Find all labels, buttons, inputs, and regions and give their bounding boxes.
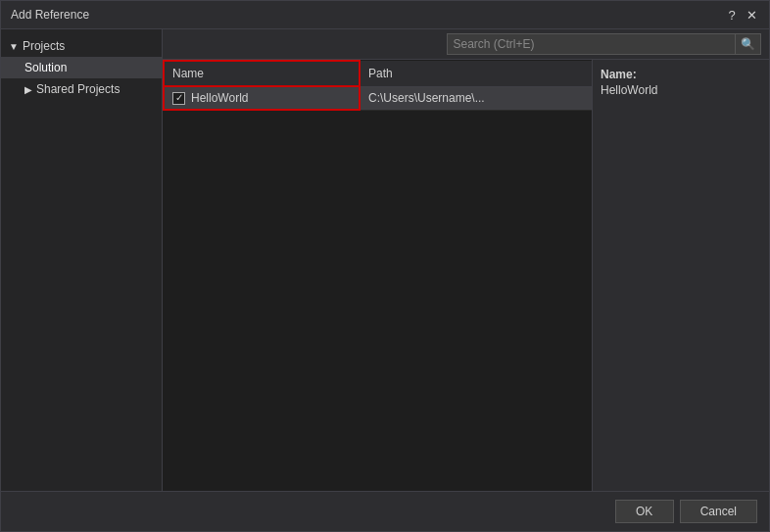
help-button[interactable]: ? — [724, 7, 740, 23]
add-reference-dialog: Add Reference ? ✕ ▼ Projects Solution — [0, 0, 770, 532]
projects-header[interactable]: ▼ Projects — [1, 35, 162, 57]
search-button[interactable]: 🔍 — [736, 33, 761, 55]
row-checkbox[interactable] — [172, 92, 185, 105]
sidebar-item-shared-projects[interactable]: ▶Shared Projects — [1, 78, 162, 100]
solution-label: Solution — [24, 61, 67, 74]
properties-panel: Name: HelloWorld — [593, 60, 769, 491]
table-row[interactable]: HelloWorld C:\Users\Username\... — [164, 86, 592, 110]
name-property-value: HelloWorld — [601, 83, 761, 97]
checkbox-cell: HelloWorld — [172, 91, 351, 105]
title-bar: Add Reference ? ✕ — [1, 1, 769, 29]
reference-table: Name Path — [163, 60, 592, 111]
shared-projects-label: Shared Projects — [36, 82, 120, 96]
cancel-button[interactable]: Cancel — [680, 500, 757, 523]
table-header-row: Name Path — [164, 61, 592, 86]
dialog-title: Add Reference — [11, 8, 89, 22]
right-panel: 🔍 Name — [163, 29, 769, 491]
bottom-bar: OK Cancel — [1, 491, 769, 531]
projects-section: ▼ Projects Solution ▶Shared Projects — [1, 33, 162, 102]
name-property-label: Name: — [601, 68, 761, 81]
title-bar-controls: ? ✕ — [724, 7, 759, 23]
col-name-header: Name — [164, 61, 360, 86]
path-cell: C:\Users\Username\... — [360, 86, 592, 110]
ok-button[interactable]: OK — [615, 500, 674, 523]
name-cell: HelloWorld — [164, 86, 360, 110]
close-button[interactable]: ✕ — [744, 7, 759, 23]
shared-projects-arrow: ▶ — [24, 84, 32, 95]
search-bar: 🔍 — [163, 29, 769, 60]
sidebar: ▼ Projects Solution ▶Shared Projects — [1, 29, 163, 491]
grid-panel: Name Path — [163, 60, 593, 491]
projects-arrow: ▼ — [9, 41, 19, 52]
dialog-body: ▼ Projects Solution ▶Shared Projects — [1, 29, 769, 531]
sidebar-item-solution[interactable]: Solution — [1, 57, 162, 78]
search-input[interactable] — [447, 33, 737, 55]
project-name: HelloWorld — [191, 91, 248, 105]
table-body: HelloWorld C:\Users\Username\... — [164, 86, 592, 110]
project-path: C:\Users\Username\... — [368, 91, 485, 105]
center-area: Name Path — [163, 60, 769, 491]
main-content: ▼ Projects Solution ▶Shared Projects — [1, 29, 769, 491]
col-path-header: Path — [360, 61, 592, 86]
projects-label: Projects — [23, 39, 65, 53]
